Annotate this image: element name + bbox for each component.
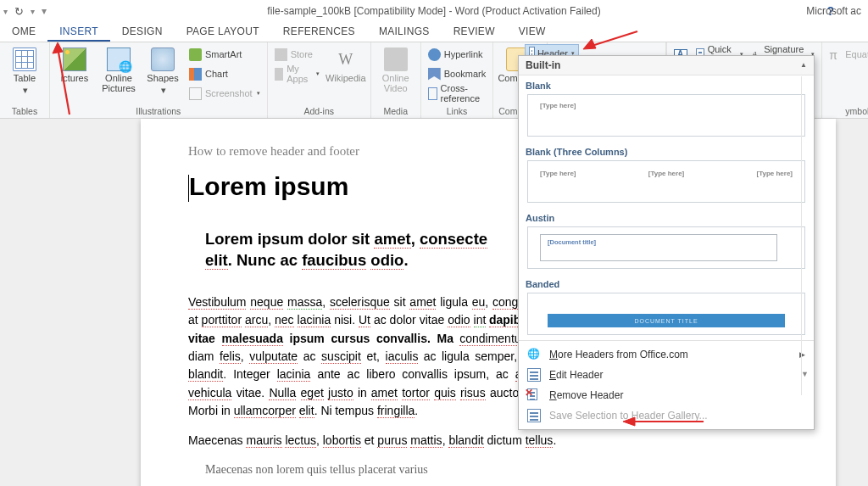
save-gallery-icon [527, 409, 541, 422]
scroll-up-icon[interactable]: ▲ [800, 62, 807, 69]
ribbon-tabs: OME INSERT DESIGN PAGE LAYOUT REFERENCES… [0, 22, 868, 42]
chart-button[interactable]: Chart [187, 65, 262, 82]
blank-preview[interactable]: [Type here] [527, 94, 805, 137]
smartart-button[interactable]: SmartArt [187, 46, 262, 63]
store-icon [275, 48, 287, 61]
video-icon [384, 47, 408, 71]
hyperlink-icon [428, 48, 441, 61]
online-pictures-icon [107, 47, 131, 71]
edit-header-item[interactable]: Edit Header [519, 365, 814, 385]
tab-home[interactable]: OME [0, 22, 47, 42]
pictures-button[interactable]: ictures [55, 46, 94, 85]
blank-three-preview[interactable]: [Type here][Type here][Type here] [527, 160, 805, 203]
group-media: Media [376, 105, 415, 116]
pictures-icon [63, 47, 86, 71]
group-addins: Add-ins [273, 105, 365, 116]
smartart-icon [189, 48, 202, 61]
tab-review[interactable]: REVIEW [442, 22, 507, 42]
wikipedia-icon: W [334, 47, 358, 71]
header-dropdown-panel: Built-in ▲ Blank [Type here] Blank (Thre… [518, 55, 815, 430]
tab-view[interactable]: VIEW [507, 22, 558, 42]
banded-label: Banded [519, 274, 814, 291]
refresh-icon[interactable]: ↻ [14, 5, 24, 18]
austin-preview[interactable]: [Document title] [527, 226, 805, 269]
my-apps-button[interactable]: My Apps▾ [273, 65, 321, 82]
body-paragraph-2: Maecenas mauris lectus, lobortis et puru… [188, 432, 788, 450]
table-icon [13, 47, 36, 71]
window-title: file-sample_100kB [Compatibility Mode] -… [267, 5, 600, 17]
body-paragraph-3: Maecenas non lorem quis tellus placerat … [188, 461, 788, 478]
more-headers-item[interactable]: 🌐 MMore Headers from Office.comore Heade… [519, 344, 814, 365]
shapes-icon [151, 47, 175, 71]
scroll-down-icon[interactable]: ▼ [801, 370, 809, 378]
builtin-label: Built-in [526, 59, 560, 71]
group-symbols: ymbols [827, 105, 868, 116]
tab-design[interactable]: DESIGN [110, 22, 175, 42]
tab-page-layout[interactable]: PAGE LAYOUT [175, 22, 271, 42]
remove-header-icon: ✕ [527, 388, 541, 402]
screenshot-icon [189, 87, 202, 100]
apps-icon [275, 68, 284, 81]
cross-reference-button[interactable]: Cross-reference [426, 85, 488, 102]
wikipedia-button[interactable]: W Wikipedia [326, 46, 365, 85]
bookmark-button[interactable]: Bookmark [426, 65, 488, 82]
table-button[interactable]: Table ▾ [5, 46, 44, 97]
account-label: Microsoft ac [806, 5, 861, 17]
equation-icon: π [829, 48, 842, 61]
tab-references[interactable]: REFERENCES [271, 22, 367, 42]
equation-button[interactable]: πEquation▾ [827, 46, 868, 63]
blank-label: Blank [519, 75, 814, 92]
group-links: Links [426, 105, 488, 116]
globe-icon: 🌐 [527, 348, 541, 361]
online-pictures-button[interactable]: Online Pictures [99, 46, 138, 95]
store-button[interactable]: Store [273, 46, 321, 63]
group-illustrations: Illustrations [55, 105, 262, 116]
blank-three-label: Blank (Three Columns) [519, 142, 814, 159]
save-selection-item: Save Selection to Header Gallery... [519, 405, 814, 426]
remove-header-item[interactable]: ✕ Remove Header [519, 385, 814, 405]
edit-header-icon [527, 368, 541, 382]
tab-insert[interactable]: INSERT [47, 22, 110, 42]
bookmark-icon [428, 68, 441, 81]
screenshot-button[interactable]: Screenshot▾ [187, 85, 262, 102]
hyperlink-button[interactable]: Hyperlink [426, 46, 488, 63]
tab-mailings[interactable]: MAILINGS [367, 22, 442, 42]
austin-label: Austin [519, 208, 814, 225]
group-tables: Tables [5, 105, 44, 116]
cross-ref-icon [428, 87, 437, 100]
chart-icon [189, 68, 202, 81]
shapes-button[interactable]: Shapes ▾ [143, 46, 182, 97]
banded-preview[interactable]: DOCUMENT TITLE [527, 293, 805, 335]
online-video-button[interactable]: Online Video [376, 46, 415, 95]
